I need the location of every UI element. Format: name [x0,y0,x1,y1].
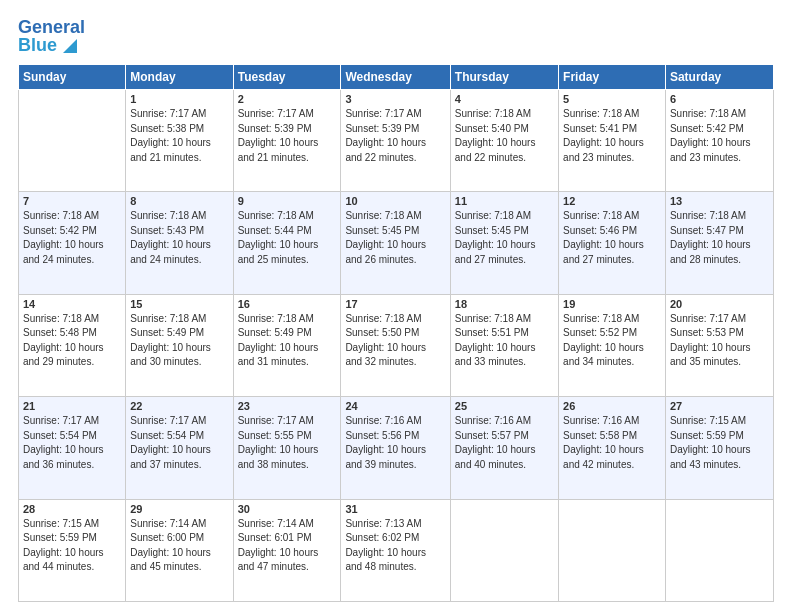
day-number: 11 [455,195,554,207]
day-info: Sunrise: 7:16 AMSunset: 5:58 PMDaylight:… [563,414,661,472]
day-info: Sunrise: 7:16 AMSunset: 5:56 PMDaylight:… [345,414,445,472]
col-tuesday: Tuesday [233,65,341,90]
calendar-cell: 24Sunrise: 7:16 AMSunset: 5:56 PMDayligh… [341,397,450,499]
day-number: 3 [345,93,445,105]
day-number: 30 [238,503,337,515]
day-number: 24 [345,400,445,412]
day-info: Sunrise: 7:14 AMSunset: 6:01 PMDaylight:… [238,517,337,575]
day-number: 12 [563,195,661,207]
calendar-week-row: 14Sunrise: 7:18 AMSunset: 5:48 PMDayligh… [19,294,774,396]
day-info: Sunrise: 7:18 AMSunset: 5:46 PMDaylight:… [563,209,661,267]
calendar-cell: 28Sunrise: 7:15 AMSunset: 5:59 PMDayligh… [19,499,126,601]
calendar-cell [450,499,558,601]
day-number: 5 [563,93,661,105]
day-info: Sunrise: 7:15 AMSunset: 5:59 PMDaylight:… [670,414,769,472]
header: General Blue [18,18,774,56]
calendar-cell: 26Sunrise: 7:16 AMSunset: 5:58 PMDayligh… [559,397,666,499]
calendar-cell: 14Sunrise: 7:18 AMSunset: 5:48 PMDayligh… [19,294,126,396]
calendar-cell [559,499,666,601]
day-info: Sunrise: 7:15 AMSunset: 5:59 PMDaylight:… [23,517,121,575]
logo-text: General [18,17,85,37]
calendar-cell: 3Sunrise: 7:17 AMSunset: 5:39 PMDaylight… [341,90,450,192]
calendar-cell [665,499,773,601]
day-info: Sunrise: 7:18 AMSunset: 5:45 PMDaylight:… [345,209,445,267]
day-number: 8 [130,195,228,207]
calendar-cell: 29Sunrise: 7:14 AMSunset: 6:00 PMDayligh… [126,499,233,601]
day-number: 1 [130,93,228,105]
calendar-cell: 4Sunrise: 7:18 AMSunset: 5:40 PMDaylight… [450,90,558,192]
calendar-cell: 18Sunrise: 7:18 AMSunset: 5:51 PMDayligh… [450,294,558,396]
calendar-cell: 30Sunrise: 7:14 AMSunset: 6:01 PMDayligh… [233,499,341,601]
calendar-cell: 12Sunrise: 7:18 AMSunset: 5:46 PMDayligh… [559,192,666,294]
calendar-header-row: Sunday Monday Tuesday Wednesday Thursday… [19,65,774,90]
day-number: 21 [23,400,121,412]
svg-marker-0 [63,39,77,53]
calendar-cell: 17Sunrise: 7:18 AMSunset: 5:50 PMDayligh… [341,294,450,396]
col-friday: Friday [559,65,666,90]
day-number: 27 [670,400,769,412]
logo-icon [59,37,77,55]
day-info: Sunrise: 7:18 AMSunset: 5:41 PMDaylight:… [563,107,661,165]
logo-blue: Blue [18,35,57,56]
calendar-cell [19,90,126,192]
day-info: Sunrise: 7:17 AMSunset: 5:54 PMDaylight:… [130,414,228,472]
day-info: Sunrise: 7:16 AMSunset: 5:57 PMDaylight:… [455,414,554,472]
day-number: 25 [455,400,554,412]
calendar-cell: 16Sunrise: 7:18 AMSunset: 5:49 PMDayligh… [233,294,341,396]
day-number: 23 [238,400,337,412]
day-number: 17 [345,298,445,310]
calendar-cell: 11Sunrise: 7:18 AMSunset: 5:45 PMDayligh… [450,192,558,294]
calendar-cell: 6Sunrise: 7:18 AMSunset: 5:42 PMDaylight… [665,90,773,192]
calendar-cell: 20Sunrise: 7:17 AMSunset: 5:53 PMDayligh… [665,294,773,396]
calendar-week-row: 7Sunrise: 7:18 AMSunset: 5:42 PMDaylight… [19,192,774,294]
day-info: Sunrise: 7:17 AMSunset: 5:55 PMDaylight:… [238,414,337,472]
day-info: Sunrise: 7:18 AMSunset: 5:40 PMDaylight:… [455,107,554,165]
calendar-week-row: 28Sunrise: 7:15 AMSunset: 5:59 PMDayligh… [19,499,774,601]
day-info: Sunrise: 7:18 AMSunset: 5:47 PMDaylight:… [670,209,769,267]
day-info: Sunrise: 7:18 AMSunset: 5:49 PMDaylight:… [238,312,337,370]
day-info: Sunrise: 7:18 AMSunset: 5:52 PMDaylight:… [563,312,661,370]
calendar-cell: 8Sunrise: 7:18 AMSunset: 5:43 PMDaylight… [126,192,233,294]
calendar-cell: 15Sunrise: 7:18 AMSunset: 5:49 PMDayligh… [126,294,233,396]
day-info: Sunrise: 7:18 AMSunset: 5:43 PMDaylight:… [130,209,228,267]
calendar-cell: 22Sunrise: 7:17 AMSunset: 5:54 PMDayligh… [126,397,233,499]
day-number: 19 [563,298,661,310]
day-number: 13 [670,195,769,207]
day-info: Sunrise: 7:17 AMSunset: 5:38 PMDaylight:… [130,107,228,165]
day-number: 14 [23,298,121,310]
day-info: Sunrise: 7:13 AMSunset: 6:02 PMDaylight:… [345,517,445,575]
day-number: 9 [238,195,337,207]
col-wednesday: Wednesday [341,65,450,90]
calendar-cell: 13Sunrise: 7:18 AMSunset: 5:47 PMDayligh… [665,192,773,294]
day-info: Sunrise: 7:18 AMSunset: 5:42 PMDaylight:… [23,209,121,267]
day-number: 2 [238,93,337,105]
day-number: 29 [130,503,228,515]
calendar-cell: 5Sunrise: 7:18 AMSunset: 5:41 PMDaylight… [559,90,666,192]
calendar-cell: 25Sunrise: 7:16 AMSunset: 5:57 PMDayligh… [450,397,558,499]
day-info: Sunrise: 7:18 AMSunset: 5:42 PMDaylight:… [670,107,769,165]
calendar-week-row: 21Sunrise: 7:17 AMSunset: 5:54 PMDayligh… [19,397,774,499]
day-number: 22 [130,400,228,412]
day-number: 28 [23,503,121,515]
calendar-cell: 19Sunrise: 7:18 AMSunset: 5:52 PMDayligh… [559,294,666,396]
page: General Blue Sunday Monday Tuesday Wedne… [0,0,792,612]
day-number: 6 [670,93,769,105]
calendar-cell: 27Sunrise: 7:15 AMSunset: 5:59 PMDayligh… [665,397,773,499]
col-monday: Monday [126,65,233,90]
calendar-week-row: 1Sunrise: 7:17 AMSunset: 5:38 PMDaylight… [19,90,774,192]
calendar-cell: 9Sunrise: 7:18 AMSunset: 5:44 PMDaylight… [233,192,341,294]
day-info: Sunrise: 7:17 AMSunset: 5:39 PMDaylight:… [345,107,445,165]
day-info: Sunrise: 7:17 AMSunset: 5:53 PMDaylight:… [670,312,769,370]
day-info: Sunrise: 7:18 AMSunset: 5:48 PMDaylight:… [23,312,121,370]
calendar-cell: 31Sunrise: 7:13 AMSunset: 6:02 PMDayligh… [341,499,450,601]
calendar-cell: 10Sunrise: 7:18 AMSunset: 5:45 PMDayligh… [341,192,450,294]
col-sunday: Sunday [19,65,126,90]
col-thursday: Thursday [450,65,558,90]
day-info: Sunrise: 7:18 AMSunset: 5:45 PMDaylight:… [455,209,554,267]
day-info: Sunrise: 7:18 AMSunset: 5:49 PMDaylight:… [130,312,228,370]
day-info: Sunrise: 7:17 AMSunset: 5:39 PMDaylight:… [238,107,337,165]
day-number: 7 [23,195,121,207]
calendar-table: Sunday Monday Tuesday Wednesday Thursday… [18,64,774,602]
day-number: 15 [130,298,228,310]
day-number: 18 [455,298,554,310]
